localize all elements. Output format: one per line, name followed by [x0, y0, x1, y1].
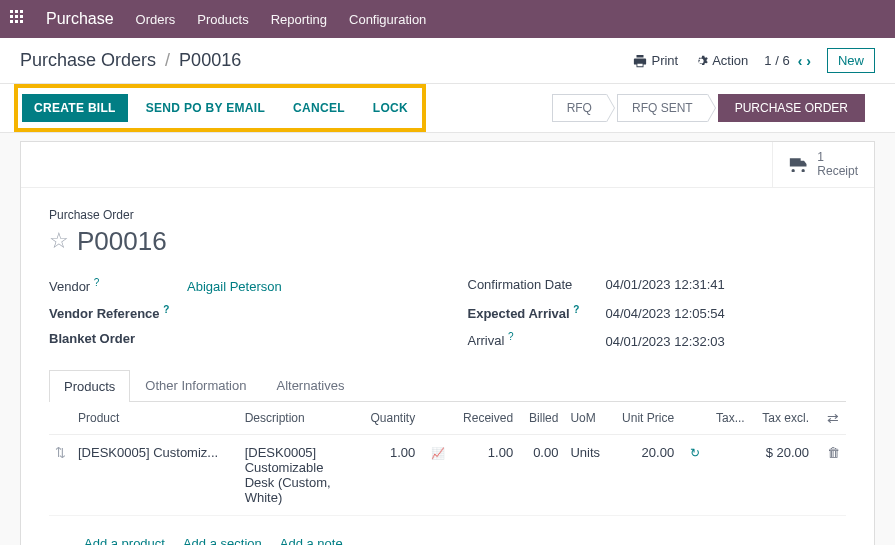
cell-tax[interactable]: [706, 434, 751, 515]
svg-rect-3: [10, 15, 13, 18]
status-bar: RFQ RFQ SENT PURCHASE ORDER: [552, 84, 875, 132]
expected-arrival-value[interactable]: 04/04/2023 12:05:54: [606, 306, 725, 321]
status-rfq[interactable]: RFQ: [552, 94, 607, 122]
cell-tax-excl: $ 20.00: [751, 434, 815, 515]
help-icon[interactable]: ?: [573, 304, 579, 315]
cell-uom[interactable]: Units: [564, 434, 610, 515]
svg-rect-4: [15, 15, 18, 18]
tab-alternatives[interactable]: Alternatives: [261, 369, 359, 401]
truck-icon: [789, 156, 809, 172]
apps-icon[interactable]: [10, 10, 24, 28]
top-navbar: Purchase Orders Products Reporting Confi…: [0, 0, 895, 38]
pager-text: 1 / 6: [764, 53, 789, 68]
vendor-value[interactable]: Abigail Peterson: [187, 279, 282, 294]
breadcrumb: Purchase Orders / P00016: [20, 50, 241, 71]
vendor-ref-label: Vendor Reference ?: [49, 304, 179, 321]
col-tax: Tax...: [706, 402, 751, 435]
col-quantity: Quantity: [359, 402, 421, 435]
send-po-button[interactable]: SEND PO BY EMAIL: [136, 94, 275, 122]
help-icon[interactable]: ?: [508, 331, 514, 342]
svg-rect-6: [10, 20, 13, 23]
cell-received: 1.00: [451, 434, 519, 515]
tab-products[interactable]: Products: [49, 370, 130, 402]
svg-rect-8: [20, 20, 23, 23]
col-received: Received: [451, 402, 519, 435]
vendor-label: Vendor ?: [49, 277, 179, 294]
svg-rect-7: [15, 20, 18, 23]
cell-quantity[interactable]: 1.00: [359, 434, 421, 515]
arrival-value: 04/01/2023 12:32:03: [606, 334, 725, 349]
receipt-stat-button[interactable]: 1 Receipt: [772, 142, 874, 187]
print-button[interactable]: Print: [633, 53, 678, 68]
favorite-star-icon[interactable]: ☆: [49, 228, 69, 254]
arrival-label: Arrival ?: [468, 331, 598, 348]
tab-other-information[interactable]: Other Information: [130, 369, 261, 401]
action-button[interactable]: Action: [694, 53, 748, 68]
forecast-icon[interactable]: 📈: [431, 447, 445, 459]
add-note-link[interactable]: Add a note: [280, 536, 343, 545]
svg-rect-1: [15, 10, 18, 13]
col-billed: Billed: [519, 402, 564, 435]
cell-description[interactable]: [DESK0005] Customizable Desk (Custom, Wh…: [239, 434, 359, 515]
col-description: Description: [239, 402, 359, 435]
status-rfq-sent[interactable]: RFQ SENT: [617, 94, 708, 122]
col-uom: UoM: [564, 402, 610, 435]
pager-next-icon[interactable]: ›: [806, 53, 811, 69]
column-options-icon[interactable]: ⇄: [827, 410, 839, 426]
top-menu: Orders Products Reporting Configuration: [136, 12, 427, 27]
add-product-link[interactable]: Add a product: [84, 536, 165, 545]
add-section-link[interactable]: Add a section: [183, 536, 262, 545]
drag-handle-icon[interactable]: ⇅: [55, 445, 66, 460]
title-label: Purchase Order: [49, 208, 846, 222]
receipt-label: Receipt: [817, 164, 858, 178]
cancel-button[interactable]: CANCEL: [283, 94, 355, 122]
col-tax-excl: Tax excl.: [751, 402, 815, 435]
highlight-box: CREATE BILL SEND PO BY EMAIL CANCEL LOCK: [14, 84, 426, 132]
create-bill-button[interactable]: CREATE BILL: [22, 94, 128, 122]
new-button[interactable]: New: [827, 48, 875, 73]
svg-rect-5: [20, 15, 23, 18]
order-lines-table: Product Description Quantity Received Bi…: [49, 402, 846, 545]
col-product: Product: [72, 402, 239, 435]
status-purchase-order[interactable]: PURCHASE ORDER: [718, 94, 865, 122]
expected-arrival-label: Expected Arrival ?: [468, 304, 598, 321]
menu-configuration[interactable]: Configuration: [349, 12, 426, 27]
cell-unit-price[interactable]: 20.00: [610, 434, 680, 515]
help-icon[interactable]: ?: [163, 304, 169, 315]
control-bar: Purchase Orders / P00016 Print Action 1 …: [0, 38, 895, 84]
refresh-price-icon[interactable]: ↻: [690, 446, 700, 460]
breadcrumb-sep: /: [165, 50, 170, 70]
menu-orders[interactable]: Orders: [136, 12, 176, 27]
order-title: P00016: [77, 226, 167, 257]
pager-prev-icon[interactable]: ‹: [798, 53, 803, 69]
pager: 1 / 6 ‹ ›: [764, 53, 811, 69]
form-sheet: 1 Receipt Purchase Order ☆ P00016 Vendor…: [20, 141, 875, 545]
breadcrumb-parent[interactable]: Purchase Orders: [20, 50, 156, 70]
receipt-count: 1: [817, 150, 858, 164]
breadcrumb-current: P00016: [179, 50, 241, 70]
action-row: CREATE BILL SEND PO BY EMAIL CANCEL LOCK…: [0, 84, 895, 133]
app-brand[interactable]: Purchase: [46, 10, 114, 28]
lock-button[interactable]: LOCK: [363, 94, 418, 122]
menu-reporting[interactable]: Reporting: [271, 12, 327, 27]
blanket-order-label: Blanket Order: [49, 331, 179, 346]
col-unit-price: Unit Price: [610, 402, 680, 435]
confirmation-date-label: Confirmation Date: [468, 277, 598, 292]
cell-product[interactable]: [DESK0005] Customiz...: [72, 434, 239, 515]
svg-rect-0: [10, 10, 13, 13]
cell-billed: 0.00: [519, 434, 564, 515]
svg-rect-2: [20, 10, 23, 13]
table-row[interactable]: ⇅ [DESK0005] Customiz... [DESK0005] Cust…: [49, 434, 846, 515]
delete-row-icon[interactable]: 🗑: [827, 445, 840, 460]
tabs: Products Other Information Alternatives: [49, 369, 846, 402]
menu-products[interactable]: Products: [197, 12, 248, 27]
confirmation-date-value: 04/01/2023 12:31:41: [606, 277, 725, 292]
help-icon[interactable]: ?: [94, 277, 100, 288]
